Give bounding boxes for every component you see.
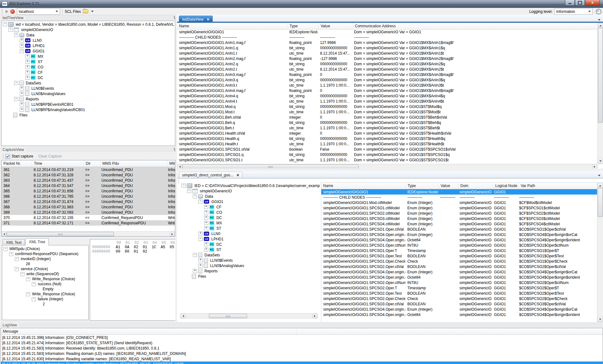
table-row[interactable]: simpleIOGenericIO/GGIO1.AnIn2.qbit_strin…	[177, 61, 598, 67]
toolbar-grip[interactable]	[3, 154, 4, 159]
tree-node[interactable]: −invokeID (Integer)	[2, 256, 88, 261]
tree-node[interactable]: +FCCF	[180, 204, 320, 210]
column-header[interactable]: Logical Node	[493, 183, 519, 189]
tree-expander-icon[interactable]: +	[25, 54, 30, 58]
tree-node[interactable]: +LLN0$AnalogValues	[180, 263, 320, 268]
scl-folder-icon[interactable]	[83, 9, 88, 13]
tree-node[interactable]: +LNLPHD1	[2, 43, 175, 48]
tree-expander-icon[interactable]: −	[193, 194, 197, 198]
tree-node[interactable]: +FCST	[180, 247, 320, 252]
scroll-thumb[interactable]	[209, 314, 247, 318]
table-row[interactable]: simpleIOGenericIO/GGIO1.SPCSO1.stValbool…	[177, 147, 598, 152]
tree-node[interactable]: −success (Null)	[2, 281, 88, 286]
scroll-thumb[interactable]	[598, 188, 603, 217]
tab-xml-tree[interactable]: XML Tree	[25, 238, 49, 245]
capture-hscrollbar[interactable]	[2, 231, 175, 236]
table-row[interactable]: 3708.12.2014 03:47:32.155<<Confirmed_Req…	[2, 215, 175, 220]
logging-level-dropdown[interactable]: Information	[554, 8, 593, 15]
tree-node[interactable]: +FCCO	[180, 210, 320, 215]
tree-node[interactable]: +LLN0$AnalogValues	[2, 91, 175, 96]
maximize-button[interactable]	[575, 0, 585, 6]
title-bar[interactable]: IED IED Explorer 0.71	[0, 0, 603, 8]
tree-node[interactable]: +LLN0$RP$AnalogValuesRCB01	[2, 107, 175, 112]
table-row[interactable]: simpleIOGenericIO/GGIO1.SPCSO1.Oper.Test…	[321, 253, 597, 259]
table-row[interactable]: simpleIOGenericIO/GGIO1.SPCSO3.Oper.ctlV…	[321, 301, 597, 307]
column-header[interactable]: Type	[288, 23, 319, 29]
table-row[interactable]: 3678.12.2014 03:47:31.874>>Unconfirmed_P…	[2, 199, 175, 204]
column-header[interactable]: Dom	[459, 183, 493, 189]
table-row[interactable]: 3628.12.2014 03:47:31.328>>Unconfirmed_P…	[2, 172, 175, 178]
table-row[interactable]: simpleIOGenericIO/GGIO1.Mod.tutc_time1.1…	[177, 109, 598, 115]
table-row[interactable]: simpleIOGenericIO/GGIO1.AnIn2.mag.ffloat…	[177, 56, 598, 61]
tree-node[interactable]: +FCMX	[2, 54, 175, 59]
column-header[interactable]: Time	[32, 160, 84, 167]
tree-expander-icon[interactable]: −	[8, 28, 13, 32]
tree-node[interactable]: +Reports	[180, 268, 320, 274]
table-row[interactable]: ------------ CHILD NODES ---------------…	[321, 195, 597, 200]
tree-expander-icon[interactable]: +	[204, 205, 208, 209]
tree-expander-icon[interactable]: +	[198, 264, 203, 268]
column-header[interactable]: Value	[319, 23, 353, 29]
tree-expander-icon[interactable]: −	[20, 272, 24, 276]
tab-list-dropdown-icon[interactable]	[598, 175, 600, 176]
tree-expander-icon[interactable]: +	[193, 269, 197, 273]
tree-node[interactable]: Files	[180, 274, 320, 279]
tree-expander-icon[interactable]: +	[198, 232, 203, 236]
tree-node[interactable]: −Write_Response (Choice)	[2, 292, 88, 297]
table-row[interactable]: simpleIOGenericIO/GGIO1.SPCSO1.ctlModelE…	[321, 205, 597, 211]
table-row[interactable]: 3698.12.2014 03:47:32.093>>Unconfirmed_P…	[2, 210, 175, 215]
table-row[interactable]: simpleIOGenericIO/GGIO1.Health.stValinte…	[177, 131, 598, 136]
tree-expander-icon[interactable]: −	[14, 81, 18, 85]
table-row[interactable]: 3618.12.2014 03:47:31.219>>Unconfirmed_P…	[2, 167, 175, 172]
scroll-down-button[interactable]	[598, 159, 603, 163]
tree-node[interactable]: −simpleIOGenericIO	[180, 188, 320, 194]
tree-node[interactable]: −failure (Integer)	[2, 297, 88, 302]
tree-node[interactable]: +FCST	[180, 226, 320, 231]
table-row[interactable]: simpleIOGenericIO/GGIO1.SPCSO1.Oper.ctlN…	[321, 243, 597, 248]
log-message[interactable]: [8.12.2014 15:45:21.583] Information: Re…	[1, 345, 603, 351]
tree-expander-icon[interactable]: −	[187, 189, 191, 193]
column-header[interactable]: Communication Address	[353, 23, 603, 29]
tree-node[interactable]: −simpleIOGenericIO	[2, 27, 175, 32]
tree-node[interactable]: +LNLLN0	[180, 231, 320, 236]
tree-expander-icon[interactable]: +	[25, 76, 30, 80]
tree-expander-icon[interactable]: +	[204, 210, 208, 214]
tree-node[interactable]: −IED = C:\DATA\VisualC\Projects\libiec61…	[180, 183, 320, 188]
tree-expander-icon[interactable]: +	[204, 226, 208, 230]
table-row[interactable]: simpleIOGenericIO/GGIO1.AnIn2.tutc_time8…	[177, 67, 598, 72]
tree-expander-icon[interactable]: +	[20, 92, 24, 96]
tree-expander-icon[interactable]: −	[14, 97, 18, 101]
table-row[interactable]: 3668.12.2014 03:47:31.765>>Unconfirmed_P…	[2, 194, 175, 199]
table-row[interactable]: simpleIOGenericIO/GGIO1.Mod.ctlModelEnum…	[321, 200, 597, 205]
scroll-thumb[interactable]	[182, 164, 359, 169]
table-row[interactable]: simpleIOGenericIO/GGIO1.AnIn3.qbit_strin…	[177, 77, 598, 83]
scroll-right-button[interactable]	[170, 232, 175, 236]
tree-node[interactable]: +LNLLN0	[2, 38, 175, 43]
column-header[interactable]	[296, 328, 603, 335]
detail-tree-hscrollbar[interactable]	[180, 313, 318, 318]
table-row[interactable]: simpleIOGenericIO/GGIO1.AnIn1.qbit_strin…	[177, 45, 598, 51]
tree-node[interactable]: +FCST	[2, 59, 175, 64]
tree-expander-icon[interactable]: −	[26, 292, 30, 296]
host-dropdown[interactable]: localhost	[17, 8, 60, 15]
tree-expander-icon[interactable]: −	[3, 22, 7, 26]
table-row[interactable]: simpleIOGenericIO/GGIO1IEDExplorer.Nod..…	[177, 29, 598, 35]
table-row[interactable]: simpleIOGenericIO/GGIO1.SPCSO2.Oper.ctlN…	[321, 280, 597, 285]
scroll-up-button[interactable]	[598, 23, 603, 28]
table-row[interactable]: simpleIOGenericIO/GGIO1.AnIn1.mag.ffloat…	[177, 40, 598, 45]
scroll-left-button[interactable]	[181, 314, 186, 318]
tree-expander-icon[interactable]: +	[25, 70, 30, 74]
table-row[interactable]: 3718.12.2014 03:47:32.171>>Confirmed_Res…	[2, 220, 175, 226]
ied-data-hscrollbar[interactable]	[177, 164, 598, 169]
tree-node[interactable]: +FCDC	[2, 75, 175, 80]
tree-expander-icon[interactable]: −	[15, 267, 19, 271]
table-row[interactable]: simpleIOGenericIO/GGIO1.SPCSO2.ctlModelE…	[321, 211, 597, 216]
column-header[interactable]: Name	[177, 23, 288, 29]
tree-node[interactable]: −DataSets	[180, 252, 320, 258]
table-row[interactable]: simpleIOGenericIO/GGIO1.AnIn3.tutc_time1…	[177, 83, 598, 88]
column-header[interactable]: Packet Nr.	[2, 160, 32, 167]
tree-node[interactable]: −ied = localhost, Vendor = libiec61850.c…	[2, 22, 175, 27]
tree-node[interactable]: −MMSpdu (Choice)	[2, 246, 88, 251]
table-row[interactable]: simpleIOGenericIO/GGIO1.SPCSO4.Oper.orig…	[321, 307, 597, 312]
column-header[interactable]: Var Path	[519, 183, 597, 189]
